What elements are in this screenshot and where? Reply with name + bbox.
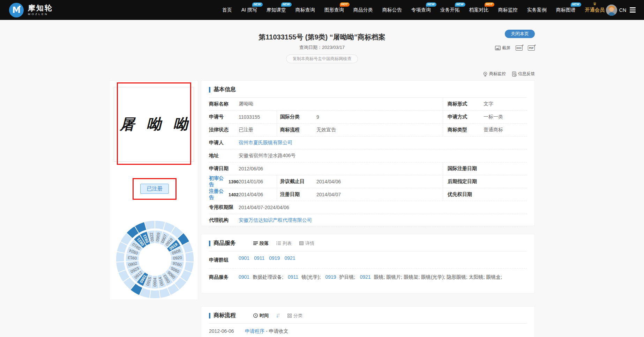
user-avatar[interactable] [606,5,617,16]
field-label: 代理机构 [209,217,239,224]
group-code-link[interactable]: 0921 [284,255,295,264]
field-label: 申请群组 [209,255,239,264]
nav-item[interactable]: 商标监控 [498,7,518,13]
tab-list-view[interactable]: 列表 [276,240,292,247]
process-row: 2012-06-06 申请程序 - 申请收文 [209,324,527,337]
table-row: 申请人 宿州市夏氏眼镜有限公司 [209,137,527,149]
field-label: 异议截止日 [277,175,316,188]
feedback-link[interactable]: 信息反馈 [512,71,535,77]
sort-by-time-control[interactable]: 时间 [253,313,269,319]
field-value: 无效宣告 [316,127,443,133]
table-row: 商标名称 屠呦呦 商标形式 文字 [209,98,527,111]
table-row: 代理机构 安徽万信达知识产权代理有限公司 [209,214,527,227]
goods-code-link[interactable]: 0919 [325,274,336,280]
process-controls: 时间 [253,313,302,319]
nav-item[interactable]: 首页 [222,7,232,13]
new-badge: NEW [252,2,263,7]
tools-toolbar: 商标监控 信息反馈 [483,71,535,77]
sunburst-segment-label: 0913 [128,256,137,261]
sort-arrows-icon [276,313,280,318]
goods-code-link[interactable]: 0921 [360,274,370,280]
hot-badge: HOT [485,2,494,7]
field-value: 2014/04/07 [316,192,443,197]
screenshot-label: 截屏 [502,45,510,51]
group-code-link[interactable]: 0911 [254,255,264,264]
language-toggle[interactable]: CN [619,7,626,13]
nav-item[interactable]: AI 撰写NEW [241,7,257,13]
field-label: 注册公告1402 [209,188,239,201]
sunburst-segment[interactable] [185,251,194,262]
gazette-link[interactable]: 初审公告 [209,175,227,188]
agency-link[interactable]: 安徽万信达知识产权代理有限公司 [239,217,527,224]
monitor-label: 商标监控 [489,71,506,77]
goods-list-row: 商品服务 0901数据处理设备;0911镜(光学);0919护目镜;0921眼镜… [209,269,527,286]
hamburger-menu-icon[interactable] [630,7,636,13]
nav-item[interactable]: 专项查询NEW [411,7,431,13]
trademark-monitor-link[interactable]: 商标监控 [483,71,506,77]
top-nav-bar: M 摩知轮 MOZLEN 首页AI 撰写NEW摩知课堂NEW商标查询图形查询HO… [0,0,644,20]
copy-trademark-number-button[interactable]: 复制本商标号去中国商标网核查 [286,54,358,63]
query-date-label: 查询日期： [299,45,322,50]
nav-item[interactable]: 商标公告 [382,7,402,13]
field-label: 专用权期限 [209,204,239,211]
monitor-icon [483,72,488,76]
hot-badge: HOT [340,2,350,7]
group-code-links: 0901091109190921 [239,255,295,264]
export-pdf-button[interactable]: PDF↗ [528,45,535,51]
field-label: 国际注册日期 [443,162,484,175]
field-label: 初审公告1390 [209,175,239,188]
close-page-button[interactable]: 关闭本页 [505,30,535,38]
group-by-category-control[interactable]: 分类 [287,313,302,319]
nav-item[interactable]: 档案对比HOT [469,7,489,13]
field-label: 注册日期 [277,188,316,201]
nav-item[interactable]: 摩知课堂NEW [267,7,286,13]
process-date: 2012-06-06 [209,328,245,335]
nav-item-vip[interactable]: 开通会员♛ [585,7,605,13]
gazette-link[interactable]: 注册公告 [209,188,227,201]
sunburst-segment[interactable] [144,220,155,230]
sunburst-segment[interactable] [150,290,160,299]
nav-item[interactable]: 商标查询 [295,7,315,13]
view-toggles: 段落 列表 详情 [253,240,314,247]
process-section-title: 商标流程 [209,312,236,319]
field-value: 9 [316,114,443,120]
goods-code-link[interactable]: 0901 [239,274,249,280]
tab-paragraph-view[interactable]: 段落 [253,240,269,247]
screenshot-button[interactable]: 截屏 [495,45,510,51]
table-row: 注册公告1402 2014/04/06 注册日期 2014/04/07 优先权日… [209,188,527,201]
goods-section-title: 商品服务 [209,240,236,247]
feedback-label: 信息反馈 [518,71,535,77]
new-badge: NEW [281,2,292,7]
field-label: 地址 [209,153,239,159]
field-value: 已注册 [239,127,277,133]
table-row: 专用权期限 2014/04/07-2024/04/06 [209,201,527,214]
mozlen-logo-icon: M [9,3,24,17]
group-code-link[interactable]: 0901 [239,255,249,264]
list-view-icon [276,241,281,245]
similar-group-sunburst-chart: 0909090709180919090809200916090509060903… [115,219,195,300]
table-row: 申请日期 2012/06/06 国际注册日期 [209,162,527,175]
query-date-value: 2023/03/17 [322,45,345,50]
field-value: 2014/04/07-2024/04/06 [239,205,527,210]
brand[interactable]: M 摩知轮 MOZLEN [9,3,53,17]
applicant-link[interactable]: 宿州市夏氏眼镜有限公司 [239,140,527,146]
avatar-image [606,5,617,16]
tab-detail-view[interactable]: 详情 [299,240,314,247]
nav-item[interactable]: 商品分类 [353,7,373,13]
group-code-link[interactable]: 0919 [269,255,280,264]
goods-description: 0901数据处理设备;0911镜(光学);0919护目镜;0921眼镜; 眼镜片… [239,272,527,282]
goods-code-link[interactable]: 0911 [288,274,298,280]
detail-view-icon [299,241,304,245]
status-registered-button[interactable]: 已注册 [140,184,169,194]
sort-direction-control[interactable] [276,313,280,318]
nav-item[interactable]: 商标图谱NEW [556,7,576,13]
control-label: 时间 [260,313,269,319]
process-stage-link[interactable]: 申请程序 [245,328,264,334]
export-doc-button[interactable]: DOC↗ [516,45,523,51]
nav-item[interactable]: 图形查询HOT [324,7,344,13]
gazette-number: 1402 [229,192,239,197]
field-label: 商标形式 [443,98,484,110]
nav-item[interactable]: 业务开拓NEW [440,7,460,13]
field-label: 申请人 [209,140,239,146]
nav-item[interactable]: 实务案例 [527,7,547,13]
